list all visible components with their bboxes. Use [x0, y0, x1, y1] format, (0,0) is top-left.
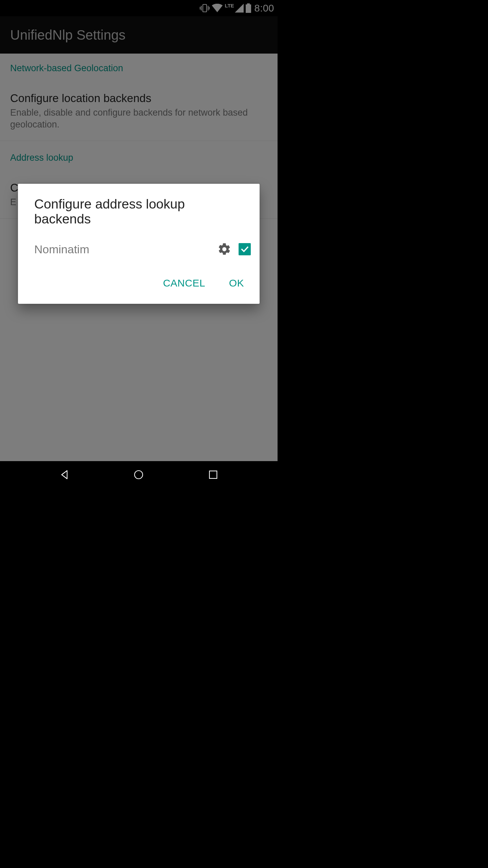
- recents-button[interactable]: [198, 465, 228, 485]
- home-button[interactable]: [123, 465, 154, 485]
- cancel-button[interactable]: Cancel: [154, 271, 214, 295]
- svg-rect-6: [209, 471, 217, 478]
- dialog-actions: Cancel OK: [18, 261, 260, 299]
- navigation-bar: [0, 461, 278, 488]
- dialog-configure-address-backends: Configure address lookup backends Nomina…: [18, 184, 260, 304]
- svg-point-5: [135, 471, 143, 479]
- backend-checkbox[interactable]: [239, 243, 251, 255]
- backend-name: Nominatim: [34, 243, 217, 256]
- ok-button[interactable]: OK: [220, 271, 253, 295]
- back-button[interactable]: [49, 465, 80, 485]
- dialog-title: Configure address lookup backends: [18, 184, 260, 237]
- gear-icon[interactable]: [217, 242, 232, 257]
- backend-row-nominatim[interactable]: Nominatim: [18, 237, 260, 261]
